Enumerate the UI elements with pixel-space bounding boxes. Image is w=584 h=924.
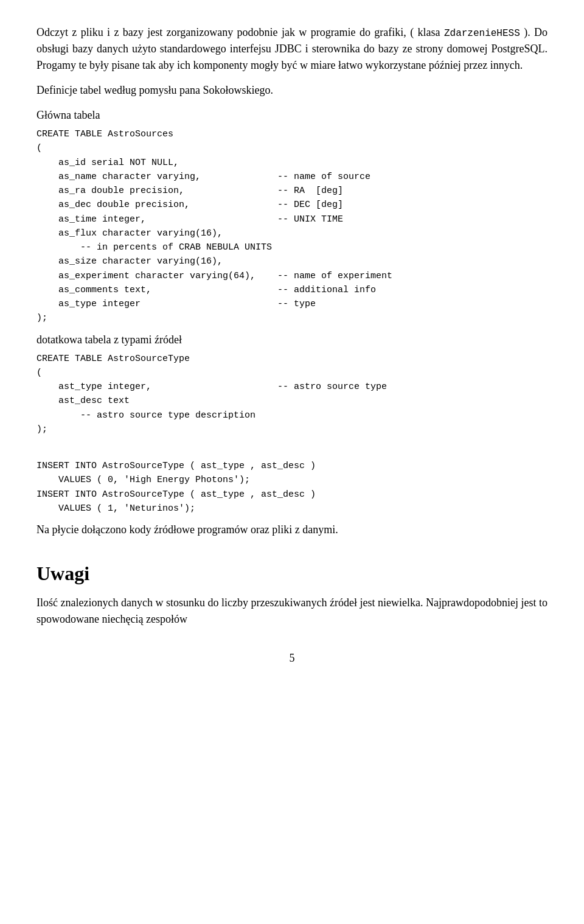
type-table-label: dotatkowa tabela z typami źródeł [36,332,548,348]
page-content: Odczyt z pliku i z bazy jest zorganizowa… [0,0,584,924]
intro-paragraph: Odczyt z pliku i z bazy jest zorganizowa… [36,24,548,74]
main-table-code: CREATE TABLE AstroSources ( as_id serial… [36,127,548,326]
type-table-code: CREATE TABLE AstroSourceType ( ast_type … [36,352,548,437]
closing-paragraph: Na płycie dołączono kody źródłowe progra… [36,522,548,538]
uwagi-heading: Uwagi [36,562,548,585]
definition-intro: Definicje tabel według pomysłu pana Soko… [36,82,548,99]
page-number: 5 [36,652,548,665]
uwagi-text: Ilość znalezionych danych w stosunku do … [36,595,548,628]
insert-statements-code: INSERT INTO AstroSourceType ( ast_type ,… [36,459,548,516]
main-table-label: Główna tabela [36,107,548,124]
